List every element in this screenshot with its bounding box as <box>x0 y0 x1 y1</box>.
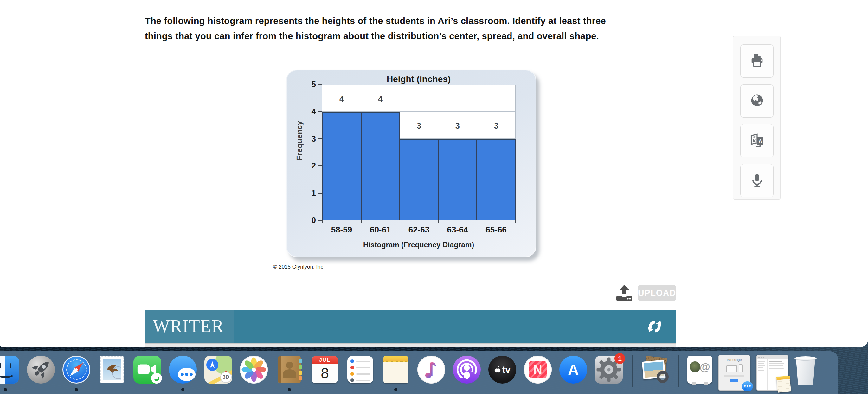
histogram-bin: 362-63 <box>400 85 438 220</box>
bar <box>400 139 439 220</box>
chart-caption: Histogram (Frequency Diagram) <box>322 241 516 249</box>
x-axis-label: 63-64 <box>435 225 480 235</box>
bar-value-label: 3 <box>477 121 515 130</box>
dock-item-trash[interactable] <box>795 356 817 385</box>
contacts-icon <box>278 356 301 383</box>
calendar-month: JUL <box>312 356 338 364</box>
calendar-icon: JUL 8 <box>312 356 338 383</box>
news-icon: N <box>524 356 552 384</box>
question-text-line1: The following histogram represents the h… <box>145 16 684 26</box>
screen: The following histogram represents the h… <box>0 0 868 394</box>
dock-item-reminders[interactable] <box>346 355 375 384</box>
dock-item-itunes[interactable] <box>417 355 446 384</box>
notification-badge: 1 <box>615 353 625 364</box>
y-axis-tick-label: 3 <box>300 134 316 144</box>
upload-button[interactable]: UPLOAD <box>638 285 676 301</box>
y-axis-tick-label: 1 <box>300 188 316 198</box>
translate-icon: A <box>749 132 765 150</box>
maps-icon: 3D <box>205 356 232 384</box>
dock-separator <box>631 355 632 387</box>
x-axis-label: 62-63 <box>397 225 441 235</box>
dock-item-podcasts[interactable] <box>452 355 482 384</box>
writer-toolbar: WRITER <box>145 310 676 343</box>
bar-value-label: 4 <box>322 94 361 104</box>
writer-editor-strip <box>145 343 676 347</box>
svg-text:A: A <box>758 138 762 144</box>
y-tick-mark <box>318 138 322 139</box>
dock-item-finder[interactable] <box>0 355 20 384</box>
apple-tv-label: tv <box>502 364 510 375</box>
histogram-bin: 460-61 <box>361 85 400 220</box>
x-axis-label: 65-66 <box>474 225 519 235</box>
histogram-bin: 365-66 <box>476 85 515 220</box>
dock-item-facetime[interactable] <box>133 355 162 384</box>
dock-item-photos[interactable] <box>239 355 269 384</box>
bar <box>476 139 516 220</box>
y-axis-tick-label: 4 <box>300 107 316 117</box>
itunes-icon <box>417 356 445 384</box>
dock-item-notes[interactable] <box>381 355 410 384</box>
dock-item-contacts[interactable] <box>275 355 304 384</box>
translate-button[interactable]: A <box>740 124 774 157</box>
y-axis-tick-label: 0 <box>300 216 316 225</box>
dock-item-news[interactable]: N <box>523 355 552 384</box>
y-axis-tick-label: 5 <box>300 79 316 89</box>
y-axis: 012345 <box>298 85 322 221</box>
mail-icon <box>100 356 124 383</box>
y-tick-mark <box>318 165 322 166</box>
preview-icon <box>641 355 670 384</box>
browser-page: The following histogram represents the h… <box>0 0 868 347</box>
imessage-window-title: iMessage <box>719 358 750 362</box>
bar-value-label: 3 <box>400 121 438 130</box>
writer-brand-title: WRITER <box>153 310 224 343</box>
y-axis-tick-label: 2 <box>300 161 316 171</box>
bar <box>438 139 477 220</box>
y-tick-mark <box>318 111 322 112</box>
histogram-card: Height (inches) Frequency 012345 458-594… <box>286 70 536 257</box>
podcasts-icon <box>453 356 481 384</box>
refresh-icon[interactable] <box>647 319 662 334</box>
histogram-figure: Height (inches) Frequency 012345 458-594… <box>271 53 550 265</box>
dock-item-mail[interactable] <box>97 355 126 384</box>
at-symbol: @ <box>700 361 710 373</box>
x-tick-mark <box>476 221 477 223</box>
dock-item-preview[interactable] <box>641 355 670 384</box>
dock-item-app-store[interactable]: A <box>559 355 588 384</box>
trash-icon <box>795 358 816 385</box>
x-tick-mark <box>361 221 362 223</box>
dock-item-safari[interactable] <box>62 355 91 384</box>
app-store-icon: A <box>559 356 587 384</box>
side-tool-panel: A <box>733 36 780 200</box>
notes-mini-icon <box>776 375 791 392</box>
apple-tv-icon: tv <box>488 356 516 384</box>
upload-icon[interactable] <box>616 285 632 301</box>
x-tick-mark <box>515 221 516 223</box>
notes-icon <box>383 356 408 383</box>
dock-item-maps[interactable]: 3D <box>204 355 233 384</box>
bar <box>361 112 400 220</box>
y-tick-mark <box>318 84 322 85</box>
printer-icon <box>749 52 765 70</box>
dock-item-messages[interactable] <box>168 355 197 384</box>
globe-button[interactable] <box>740 84 774 118</box>
app-store-letter: A <box>568 361 579 379</box>
dock-item-calendar[interactable]: JUL 8 <box>310 355 339 384</box>
x-tick-mark <box>322 221 322 223</box>
dock-item-contact-card-window[interactable]: @ <box>687 356 712 384</box>
dock-item-imessage-window[interactable]: iMessage <box>718 355 750 391</box>
microphone-icon <box>749 172 765 190</box>
print-button[interactable] <box>740 44 774 77</box>
plot-area: 458-59460-61362-63363-64365-66 <box>322 85 516 221</box>
x-tick-mark <box>438 221 439 223</box>
bar <box>322 112 361 220</box>
dock-item-notes-window[interactable] <box>756 355 788 391</box>
x-axis-label: 60-61 <box>358 225 403 235</box>
x-axis-label: 58-59 <box>319 225 364 235</box>
dock: 3D <box>0 351 838 394</box>
dock-item-apple-tv[interactable]: tv <box>488 355 517 384</box>
dock-item-launchpad[interactable] <box>26 355 56 384</box>
dictation-button[interactable] <box>740 164 774 197</box>
y-tick-mark <box>318 193 322 194</box>
copyright-text: © 2015 Glynlyon, Inc <box>273 264 323 270</box>
dock-item-system-preferences[interactable]: 1 <box>594 355 623 384</box>
